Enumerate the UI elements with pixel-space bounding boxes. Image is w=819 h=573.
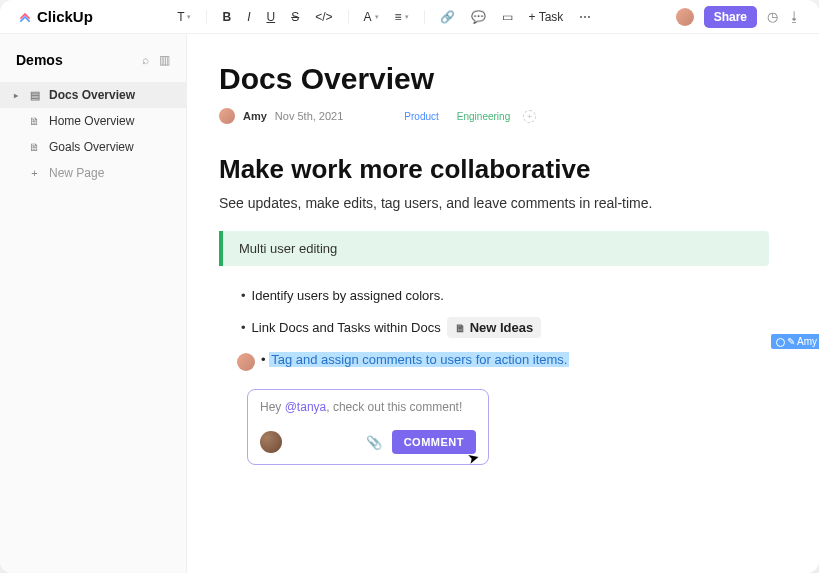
editor-avatar	[237, 353, 255, 371]
share-button[interactable]: Share	[704, 6, 757, 28]
code-button[interactable]: </>	[311, 8, 336, 26]
new-page-button[interactable]: + New Page	[0, 160, 186, 186]
attachment-icon[interactable]: 📎	[366, 435, 382, 450]
tag-product[interactable]: Product	[399, 110, 443, 123]
top-bar: ClickUp T▾ B I U S </> A▾ ≡▾ 🔗 💬 ▭ + Tas…	[0, 0, 819, 34]
list-item[interactable]: • Tag and assign comments to users for a…	[237, 352, 769, 371]
document-main: Docs Overview Amy Nov 5th, 2021 Product …	[187, 34, 819, 573]
plus-icon: +	[28, 167, 41, 179]
sidebar-item-docs-overview[interactable]: ▸ ▤ Docs Overview	[0, 82, 186, 108]
bullet-text: Identify users by assigned colors.	[252, 288, 444, 303]
link-icon[interactable]: 🔗	[436, 8, 459, 26]
doc-icon: 🗎	[455, 322, 466, 334]
commenter-avatar	[260, 431, 282, 453]
list-item[interactable]: Identify users by assigned colors.	[241, 288, 769, 303]
comment-icon[interactable]: 💬	[467, 8, 490, 26]
add-task-button[interactable]: + Task	[525, 8, 568, 26]
sidebar-item-label: New Page	[49, 166, 104, 180]
doc-date: Nov 5th, 2021	[275, 110, 344, 122]
author-avatar[interactable]	[219, 108, 235, 124]
sidebar: Demos ⌕ ▥ ▸ ▤ Docs Overview 🗎 Home Overv…	[0, 34, 187, 573]
comment-footer: 📎 COMMENT ➤	[260, 430, 476, 454]
chip-label: New Ideas	[470, 320, 534, 335]
formatting-toolbar: T▾ B I U S </> A▾ ≡▾ 🔗 💬 ▭ + Task ⋯	[99, 8, 670, 26]
sidebar-title: Demos	[16, 52, 63, 68]
presence-badge: ✎ Amy	[771, 334, 819, 349]
bold-button[interactable]: B	[218, 8, 235, 26]
author-name: Amy	[243, 110, 267, 122]
brand-name: ClickUp	[37, 8, 93, 25]
toolbar-right: Share ◷ ⭳	[676, 6, 801, 28]
app-window: ClickUp T▾ B I U S </> A▾ ≡▾ 🔗 💬 ▭ + Tas…	[0, 0, 819, 573]
sidebar-item-home-overview[interactable]: 🗎 Home Overview	[0, 108, 186, 134]
strike-button[interactable]: S	[287, 8, 303, 26]
list-item[interactable]: Link Docs and Tasks within Docs 🗎 New Id…	[241, 317, 769, 338]
tag-engineering[interactable]: Engineering	[452, 110, 515, 123]
doc-icon: 🗎	[28, 141, 41, 153]
download-icon[interactable]: ⭳	[788, 9, 801, 24]
page-title[interactable]: Docs Overview	[219, 62, 769, 96]
body: Demos ⌕ ▥ ▸ ▤ Docs Overview 🗎 Home Overv…	[0, 34, 819, 573]
sidebar-item-label: Goals Overview	[49, 140, 134, 154]
task-link-chip[interactable]: 🗎 New Ideas	[447, 317, 542, 338]
search-icon[interactable]: ⌕	[142, 53, 149, 67]
sidebar-item-label: Home Overview	[49, 114, 134, 128]
text-style-button[interactable]: T▾	[173, 8, 195, 26]
page-tree: ▸ ▤ Docs Overview 🗎 Home Overview 🗎 Goal…	[0, 82, 186, 186]
bookmark-icon[interactable]: ▭	[498, 8, 517, 26]
cursor-icon: ➤	[466, 449, 482, 468]
underline-button[interactable]: U	[262, 8, 279, 26]
italic-button[interactable]: I	[243, 8, 254, 26]
sidebar-item-goals-overview[interactable]: 🗎 Goals Overview	[0, 134, 186, 160]
highlighted-text: Tag and assign comments to users for act…	[269, 352, 569, 367]
comment-composer[interactable]: Hey @tanya, check out this comment! 📎 CO…	[247, 389, 489, 465]
comment-input[interactable]: Hey @tanya, check out this comment!	[260, 400, 476, 414]
callout-block[interactable]: Multi user editing	[219, 231, 769, 266]
bullet-text: Link Docs and Tasks within Docs	[252, 320, 441, 335]
doc-icon: ▤	[28, 89, 41, 102]
sidebar-header: Demos ⌕ ▥	[0, 52, 186, 82]
text-color-button[interactable]: A▾	[360, 8, 383, 26]
doc-icon: 🗎	[28, 115, 41, 127]
clickup-logo-icon	[18, 10, 32, 24]
sidebar-item-label: Docs Overview	[49, 88, 135, 102]
doc-meta: Amy Nov 5th, 2021 Product Engineering +	[219, 108, 769, 124]
avatar[interactable]	[676, 8, 694, 26]
section-sub[interactable]: See updates, make edits, tag users, and …	[219, 195, 769, 211]
add-tag-button[interactable]: +	[523, 110, 536, 123]
chevron-right-icon: ▸	[14, 91, 20, 100]
more-icon[interactable]: ⋯	[575, 8, 595, 26]
section-heading[interactable]: Make work more collaborative	[219, 154, 769, 185]
comment-button[interactable]: COMMENT	[392, 430, 476, 454]
align-button[interactable]: ≡▾	[391, 8, 413, 26]
panel-icon[interactable]: ▥	[159, 53, 170, 67]
bullet-list: Identify users by assigned colors. Link …	[241, 288, 769, 371]
history-icon[interactable]: ◷	[767, 9, 778, 24]
mention[interactable]: @tanya	[285, 400, 327, 414]
brand-logo-group[interactable]: ClickUp	[18, 8, 93, 25]
